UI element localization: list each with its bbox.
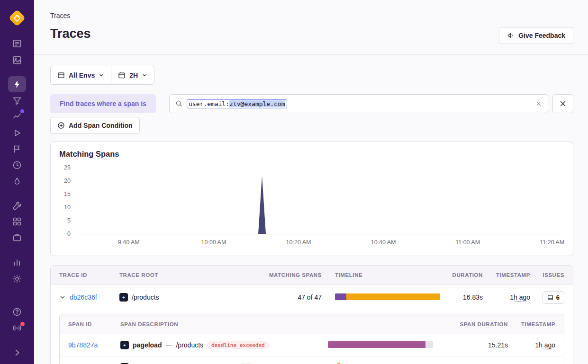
x-tick: 10:20 AM — [286, 239, 311, 246]
col-matching-spans: Matching Spans — [269, 272, 322, 278]
page-filter-bar: All Envs 2H — [50, 66, 154, 85]
search-token-value: ztv@example.com — [229, 100, 285, 107]
col-span-timestamp: Timestamp — [521, 321, 555, 327]
matching-spans-chart: 25 20 15 10 5 0 9:40 AM 10:00 AM 10:20 A… — [59, 164, 564, 245]
stats-bars-icon[interactable] — [11, 257, 23, 268]
col-timeline: Timeline — [322, 272, 440, 278]
search-icon — [175, 100, 183, 107]
sidebar — [0, 0, 34, 364]
trace-row: db26c36f ✦ /products 47 of 47 16.83s 1h … — [51, 284, 573, 310]
help-icon[interactable] — [11, 306, 23, 318]
project-icon: ✦ — [119, 293, 128, 302]
issues-icon[interactable] — [11, 38, 23, 49]
trace-id-link[interactable]: db26c36f — [70, 293, 97, 301]
search-token[interactable]: user.email:ztv@example.com — [187, 99, 287, 108]
close-icon — [559, 100, 567, 107]
col-span-id: Span ID — [68, 321, 120, 327]
briefcase-icon[interactable] — [11, 232, 23, 243]
y-tick: 20 — [59, 178, 71, 184]
header-divider — [34, 54, 588, 55]
profiling-flame-icon[interactable] — [11, 176, 23, 187]
environment-filter[interactable]: All Envs — [51, 66, 111, 84]
span-condition-label: Find traces where a span is — [50, 94, 156, 113]
col-timestamp: Timestamp — [496, 272, 530, 278]
trace-duration: 16.83s — [463, 293, 483, 301]
org-logo-icon — [9, 9, 26, 27]
matching-spans-card: Matching Spans 25 20 15 10 5 0 9:40 AM 1… — [50, 142, 573, 256]
metrics-badge-dot — [20, 109, 24, 113]
add-span-condition-button[interactable]: Add Span Condition — [50, 117, 140, 134]
span-table-header: Span ID Span Description Span Duration T… — [60, 314, 564, 334]
col-trace-root: Trace Root — [119, 272, 260, 278]
integrations-grid-icon[interactable] — [11, 216, 23, 227]
span-status-tag: deadline_exceeded — [207, 341, 269, 349]
span-search-input[interactable]: user.email:ztv@example.com — [169, 94, 548, 113]
y-tick: 25 — [59, 164, 71, 171]
plus-circle-icon — [57, 122, 65, 129]
crons-clock-icon[interactable] — [11, 160, 23, 171]
trace-root-text: /products — [132, 293, 159, 301]
sidebar-expand-chevron-icon[interactable] — [11, 347, 23, 358]
span-op: pageload — [133, 341, 162, 349]
issues-chip-icon — [547, 294, 553, 301]
megaphone-icon — [507, 32, 515, 39]
collapse-trace-chevron-icon[interactable] — [59, 294, 66, 301]
col-span-duration: Span Duration — [460, 321, 508, 327]
span-description: /products — [176, 341, 203, 349]
x-tick: 9:40 AM — [118, 239, 140, 246]
replay-play-icon[interactable] — [11, 127, 23, 139]
col-trace-id: Trace ID — [59, 272, 119, 278]
search-token-key: user.email: — [189, 100, 229, 107]
alerts-wrench-icon[interactable] — [11, 200, 23, 212]
funnel-icon[interactable] — [11, 95, 23, 107]
trace-issues-button[interactable]: 6 — [543, 291, 564, 304]
span-row: 9b78827a ✦ pageload — /products deadline… — [60, 334, 564, 356]
calendar-icon — [118, 71, 126, 79]
trace-timestamp: 1h ago — [510, 293, 530, 301]
x-tick: 10:40 AM — [371, 239, 396, 246]
org-logo[interactable] — [9, 9, 26, 27]
give-feedback-button[interactable]: Give Feedback — [499, 27, 573, 44]
span-id-link[interactable]: 9b78827a — [68, 341, 120, 349]
project-icon: ✦ — [120, 341, 129, 349]
remove-condition-button[interactable] — [552, 94, 573, 113]
col-duration: Duration — [452, 272, 483, 278]
metrics-icon[interactable] — [11, 110, 23, 122]
window-icon — [57, 71, 65, 79]
x-tick: 10:00 AM — [201, 239, 226, 246]
span-duration-bar — [328, 341, 433, 348]
span-duration: 15.21s — [488, 341, 508, 349]
settings-gear-icon[interactable] — [11, 273, 23, 284]
page-title: Traces — [50, 27, 91, 41]
span-row: b7a7e441 ✦ http.server — GET /organizati… — [60, 356, 564, 364]
span-timestamp: 1h ago — [535, 341, 555, 349]
explore-traces-icon[interactable] — [8, 76, 26, 92]
chart-spike — [258, 176, 266, 234]
projects-icon[interactable] — [11, 54, 23, 66]
chevron-down-icon — [99, 72, 104, 78]
y-tick: 5 — [59, 217, 71, 224]
whats-new-badge-dot — [20, 322, 25, 326]
col-issues: Issues — [543, 272, 564, 278]
traces-page: Traces Traces Give Feedback All Envs 2H — [0, 0, 588, 364]
trace-timeline-bar — [335, 293, 440, 300]
separator: — — [165, 341, 172, 349]
y-tick: 10 — [59, 204, 71, 211]
x-tick: 11:20 AM — [540, 239, 564, 246]
traces-table-header: Trace ID Trace Root Matching Spans Timel… — [51, 266, 573, 284]
date-range-filter[interactable]: 2H — [111, 66, 154, 84]
chart-plot-area — [76, 168, 563, 234]
clear-search-icon[interactable] — [535, 100, 542, 107]
traces-table: Trace ID Trace Root Matching Spans Timel… — [50, 265, 573, 364]
matching-spans-count: 47 of 47 — [298, 293, 322, 301]
span-table: Span ID Span Description Span Duration T… — [59, 314, 564, 364]
chevron-down-icon — [142, 72, 147, 78]
chart-title: Matching Spans — [59, 150, 573, 159]
releases-flag-icon[interactable] — [11, 143, 23, 155]
breadcrumb[interactable]: Traces — [50, 12, 70, 19]
y-tick: 0 — [59, 231, 71, 237]
y-tick: 15 — [59, 191, 71, 197]
whats-new-broadcast-icon[interactable] — [11, 322, 23, 334]
col-span-description: Span Description — [120, 321, 328, 327]
x-tick: 11:00 AM — [455, 239, 480, 246]
